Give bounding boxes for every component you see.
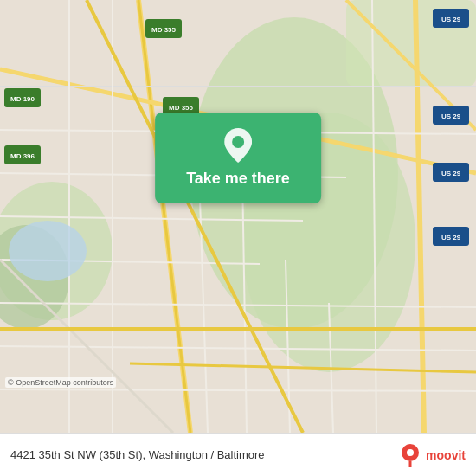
moovit-label: moovit: [426, 448, 466, 462]
svg-point-49: [407, 449, 414, 456]
osm-attribution: © OpenStreetMap contributors: [5, 377, 116, 388]
svg-point-30: [9, 221, 87, 281]
svg-text:US 29: US 29: [441, 16, 461, 23]
svg-text:MD 355: MD 355: [151, 26, 177, 34]
take-me-there-label: Take me there: [186, 170, 290, 188]
svg-text:US 29: US 29: [441, 113, 461, 120]
address-text: 4421 35th St NW (35th St), Washington / …: [10, 448, 398, 461]
svg-text:MD 355: MD 355: [169, 104, 194, 112]
footer-bar: 4421 35th St NW (35th St), Washington / …: [0, 433, 476, 476]
svg-text:MD 190: MD 190: [10, 95, 35, 103]
svg-point-47: [232, 136, 244, 148]
svg-text:US 29: US 29: [441, 170, 461, 177]
moovit-icon: [398, 443, 422, 467]
map-svg: MD 355 MD 355 MD 190 MD 396 US 29 US 29 …: [0, 0, 476, 433]
svg-text:US 29: US 29: [441, 234, 461, 241]
map-container: MD 355 MD 355 MD 190 MD 396 US 29 US 29 …: [0, 0, 476, 433]
take-me-there-button[interactable]: Take me there: [155, 113, 321, 203]
moovit-logo: moovit: [398, 443, 466, 467]
svg-text:MD 396: MD 396: [10, 152, 35, 160]
location-pin-icon: [224, 128, 252, 163]
